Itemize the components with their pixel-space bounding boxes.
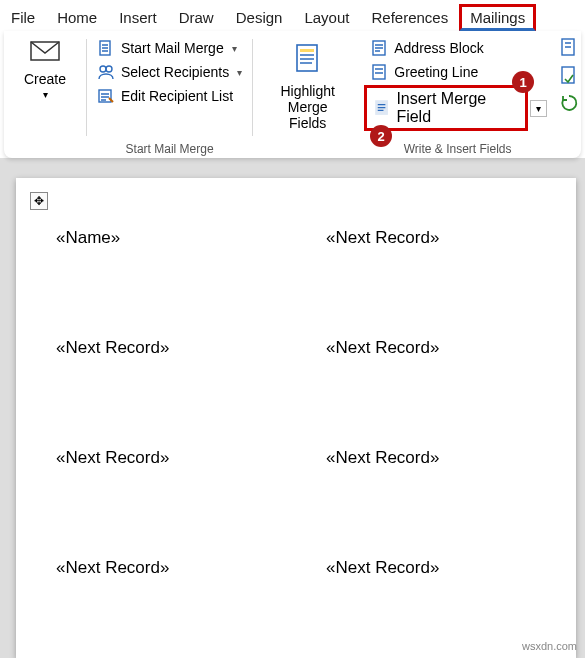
merge-field[interactable]: «Name» bbox=[56, 228, 266, 248]
watermark: wsxdn.com bbox=[522, 640, 577, 652]
svg-point-3 bbox=[106, 66, 112, 72]
rules-icon[interactable] bbox=[559, 37, 579, 57]
recipients-icon bbox=[97, 63, 115, 81]
highlight-label-1: Highlight bbox=[269, 83, 346, 99]
greeting-line-icon bbox=[370, 63, 388, 81]
group-label-mailmerge: Start Mail Merge bbox=[87, 142, 252, 156]
create-label: Create bbox=[24, 71, 66, 87]
highlight-fields-icon bbox=[291, 41, 325, 79]
start-mail-merge-button[interactable]: Start Mail Merge ▾ bbox=[93, 37, 246, 59]
group-label-wif: Write & Insert Fields bbox=[362, 142, 553, 156]
select-recipients-label: Select Recipients bbox=[121, 64, 229, 80]
svg-rect-6 bbox=[300, 49, 314, 52]
tab-design[interactable]: Design bbox=[225, 4, 294, 31]
merge-field[interactable]: «Next Record» bbox=[326, 338, 536, 358]
address-block-button[interactable]: Address Block bbox=[364, 37, 547, 59]
insert-merge-field-dropdown[interactable]: ▾ bbox=[530, 100, 547, 117]
merge-field[interactable]: «Next Record» bbox=[56, 558, 266, 578]
table-move-handle[interactable]: ✥ bbox=[30, 192, 48, 210]
document-icon bbox=[97, 39, 115, 57]
address-block-label: Address Block bbox=[394, 40, 483, 56]
chevron-down-icon: ▾ bbox=[237, 67, 242, 78]
highlight-merge-fields-button[interactable]: Highlight Merge Fields bbox=[259, 37, 356, 131]
svg-rect-5 bbox=[297, 45, 317, 71]
highlight-label-2: Merge Fields bbox=[269, 99, 346, 131]
merge-field[interactable]: «Next Record» bbox=[326, 228, 536, 248]
document-area: ✥ «Name» «Next Record» «Next Record» «Ne… bbox=[0, 158, 585, 658]
tab-mailings[interactable]: Mailings bbox=[459, 4, 536, 31]
group-create: Create ▾ bbox=[4, 31, 86, 158]
edit-recipient-list-label: Edit Recipient List bbox=[121, 88, 233, 104]
chevron-down-icon: ▾ bbox=[232, 43, 237, 54]
merge-field[interactable]: «Next Record» bbox=[326, 448, 536, 468]
edit-recipient-list-button[interactable]: Edit Recipient List bbox=[93, 85, 246, 107]
insert-merge-field-label: Insert Merge Field bbox=[396, 90, 519, 126]
greeting-line-label: Greeting Line bbox=[394, 64, 478, 80]
merge-field[interactable]: «Next Record» bbox=[326, 558, 536, 578]
tab-insert[interactable]: Insert bbox=[108, 4, 168, 31]
svg-point-2 bbox=[100, 66, 106, 72]
merge-field[interactable]: «Next Record» bbox=[56, 448, 266, 468]
group-start-mail-merge: Start Mail Merge ▾ Select Recipients ▾ E… bbox=[87, 31, 252, 158]
merge-field[interactable]: «Next Record» bbox=[56, 338, 266, 358]
svg-rect-8 bbox=[373, 65, 385, 79]
extra-commands bbox=[553, 31, 581, 158]
tab-home[interactable]: Home bbox=[46, 4, 108, 31]
edit-list-icon bbox=[97, 87, 115, 105]
address-block-icon bbox=[370, 39, 388, 57]
ribbon-tabs: File Home Insert Draw Design Layout Refe… bbox=[0, 0, 585, 31]
start-mail-merge-label: Start Mail Merge bbox=[121, 40, 224, 56]
callout-badge-1: 1 bbox=[512, 71, 534, 93]
label-grid: «Name» «Next Record» «Next Record» «Next… bbox=[16, 198, 576, 578]
update-labels-icon[interactable] bbox=[559, 93, 579, 113]
insert-field-icon bbox=[373, 99, 390, 117]
create-button[interactable]: Create ▾ bbox=[10, 37, 80, 100]
insert-merge-field-button[interactable]: Insert Merge Field bbox=[364, 85, 528, 131]
group-highlight: Highlight Merge Fields bbox=[253, 31, 362, 158]
document-page[interactable]: ✥ «Name» «Next Record» «Next Record» «Ne… bbox=[16, 178, 576, 658]
tab-layout[interactable]: Layout bbox=[293, 4, 360, 31]
tab-draw[interactable]: Draw bbox=[168, 4, 225, 31]
select-recipients-button[interactable]: Select Recipients ▾ bbox=[93, 61, 246, 83]
tab-file[interactable]: File bbox=[0, 4, 46, 31]
ribbon: 1 Create ▾ Start Mail Merge ▾ Select Rec… bbox=[4, 31, 581, 158]
match-fields-icon[interactable] bbox=[559, 65, 579, 85]
chevron-down-icon: ▾ bbox=[43, 89, 48, 100]
envelope-icon bbox=[30, 41, 60, 65]
tab-references[interactable]: References bbox=[360, 4, 459, 31]
callout-badge-2: 2 bbox=[370, 125, 392, 147]
